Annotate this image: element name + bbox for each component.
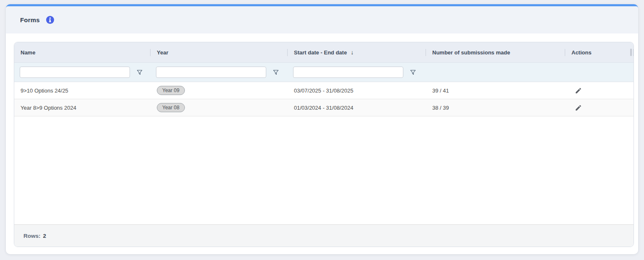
submissions-count: 39 / 41 xyxy=(432,88,449,94)
column-label: Year xyxy=(157,49,168,56)
table-header-row: Name Year Start date - End date ↓ Number… xyxy=(14,42,634,63)
filter-cell-year xyxy=(151,67,288,78)
name-filter-input[interactable] xyxy=(20,67,130,78)
column-label: Start date - End date xyxy=(294,49,347,56)
card-header: Forms xyxy=(6,6,638,33)
filter-row xyxy=(14,63,634,82)
form-name: 9>10 Options 24/25 xyxy=(21,88,68,94)
column-header-year[interactable]: Year xyxy=(151,42,288,62)
sort-desc-icon[interactable]: ↓ xyxy=(351,49,353,56)
filter-cell-dates xyxy=(288,67,426,78)
filter-cell-name xyxy=(14,67,151,78)
table-footer: Rows: 2 xyxy=(14,224,634,247)
column-header-dates[interactable]: Start date - End date ↓ xyxy=(288,42,426,62)
filter-funnel-icon xyxy=(137,70,143,75)
cell-submissions: 38 / 39 xyxy=(426,105,565,111)
column-label: Number of submissions made xyxy=(432,49,510,56)
cell-name: 9>10 Options 24/25 xyxy=(14,88,151,94)
rows-count-label: Rows: xyxy=(23,233,41,239)
pencil-icon xyxy=(575,104,582,111)
column-header-submissions[interactable]: Number of submissions made xyxy=(426,42,565,62)
year-filter-menu-button[interactable] xyxy=(272,69,280,76)
info-icon xyxy=(46,16,54,24)
info-button[interactable] xyxy=(46,16,54,24)
vertical-scrollbar-thumb[interactable] xyxy=(630,49,632,56)
column-header-name[interactable]: Name xyxy=(14,42,151,62)
year-badge: Year 09 xyxy=(157,86,185,95)
year-badge: Year 08 xyxy=(157,103,185,112)
date-range: 01/03/2024 - 31/08/2024 xyxy=(294,105,353,111)
dates-filter-input[interactable] xyxy=(293,67,403,78)
forms-table: Name Year Start date - End date ↓ Number… xyxy=(14,42,634,247)
column-header-actions: Actions xyxy=(565,42,634,62)
filter-funnel-icon xyxy=(273,70,279,75)
column-label: Actions xyxy=(571,49,592,56)
cell-actions xyxy=(565,103,634,112)
filter-funnel-icon xyxy=(410,70,416,75)
cell-year: Year 09 xyxy=(151,86,288,95)
cell-submissions: 39 / 41 xyxy=(426,88,565,94)
dates-filter-menu-button[interactable] xyxy=(409,69,417,76)
forms-card: Forms Name Year Start date - End date ↓ xyxy=(6,4,638,254)
rows-count-value: 2 xyxy=(43,233,47,239)
cell-actions xyxy=(565,86,634,95)
submissions-count: 38 / 39 xyxy=(432,105,449,111)
edit-button[interactable] xyxy=(574,103,583,112)
cell-dates: 01/03/2024 - 31/08/2024 xyxy=(288,105,426,111)
pencil-icon xyxy=(575,87,582,94)
edit-button[interactable] xyxy=(574,86,583,95)
date-range: 03/07/2025 - 31/08/2025 xyxy=(294,88,353,94)
form-name: Year 8>9 Options 2024 xyxy=(21,105,76,111)
table-row: Year 8>9 Options 2024 Year 08 01/03/2024… xyxy=(14,99,634,116)
cell-dates: 03/07/2025 - 31/08/2025 xyxy=(288,88,426,94)
year-filter-input[interactable] xyxy=(156,67,266,78)
name-filter-menu-button[interactable] xyxy=(136,69,143,76)
column-label: Name xyxy=(21,49,35,56)
table-row: 9>10 Options 24/25 Year 09 03/07/2025 - … xyxy=(14,82,634,99)
cell-name: Year 8>9 Options 2024 xyxy=(14,105,151,111)
cell-year: Year 08 xyxy=(151,103,288,112)
empty-rows-area xyxy=(14,116,634,224)
page-title: Forms xyxy=(20,16,40,23)
